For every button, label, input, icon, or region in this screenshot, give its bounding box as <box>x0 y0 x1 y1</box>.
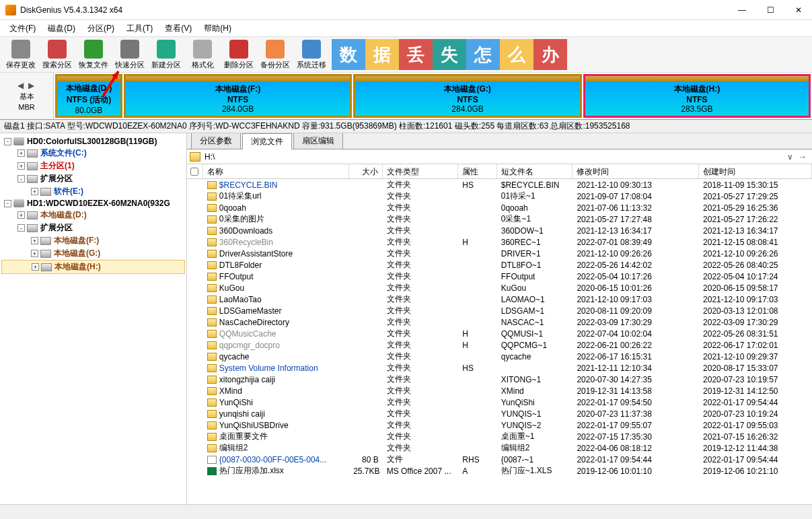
col-type[interactable]: 文件类型 <box>383 164 459 178</box>
tab[interactable]: 分区参数 <box>191 133 241 149</box>
file-row[interactable]: 0qooah 文件夹 0qooah 2021-07-06 11:13:32 20… <box>187 202 812 213</box>
file-row[interactable]: FFOutput 文件夹 FFOutput 2022-05-04 10:17:2… <box>187 271 812 282</box>
file-row[interactable]: LaoMaoTao 文件夹 LAOMAO~1 2021-12-10 09:17:… <box>187 293 812 305</box>
folder-icon <box>207 238 217 246</box>
toolbar-button[interactable]: 快速分区 <box>112 38 148 71</box>
tree-node[interactable]: +本地磁盘(F:) <box>1 234 185 247</box>
nav-arrows-icon[interactable]: ◀ ▶ <box>17 81 36 90</box>
file-row[interactable]: YunQiShiUSBDrive 文件夹 YUNQIS~2 2022-01-17… <box>187 419 812 431</box>
toolbar-button[interactable]: 恢复文件 <box>75 38 112 71</box>
expand-icon[interactable]: + <box>31 188 38 195</box>
maximize-button[interactable]: ☐ <box>762 5 778 15</box>
col-attr[interactable]: 属性 <box>458 164 496 178</box>
file-row[interactable]: NasCacheDirectory 文件夹 NASCAC~1 2022-03-0… <box>187 316 812 328</box>
disk-tree[interactable]: -HD0:ColorfulSL300128GB(119GB)+系统文件(C:)+… <box>0 133 187 504</box>
file-row[interactable]: QQMusicCache 文件夹 H QQMUSI~1 2022-07-04 1… <box>187 328 812 339</box>
tree-node[interactable]: -扩展分区 <box>1 172 185 185</box>
file-row[interactable]: DTL8Folder 文件夹 DTL8FO~1 2022-05-26 14:42… <box>187 259 812 271</box>
tree-node[interactable]: -扩展分区 <box>1 221 185 234</box>
file-row[interactable]: LDSGameMaster 文件夹 LDSGAM~1 2020-08-11 09… <box>187 305 812 316</box>
col-ctime[interactable]: 创建时间 <box>699 164 812 178</box>
file-icon <box>207 456 217 464</box>
partition-bar: ◀ ▶ 基本 MBR 本地磁盘(D:)NTFS (活动)80.0GB本地磁盘(F… <box>0 73 812 120</box>
select-all-checkbox[interactable] <box>190 168 198 176</box>
file-row[interactable]: 360RecycleBin 文件夹 H 360REC~1 2022-07-01 … <box>187 236 812 248</box>
file-list[interactable]: $RECYCLE.BIN 文件夹 HS $RECYCLE.BIN 2021-12… <box>187 179 812 504</box>
tab[interactable]: 浏览文件 <box>242 133 292 149</box>
expand-icon[interactable]: + <box>31 237 38 244</box>
toolbar-button[interactable]: 备份分区 <box>257 38 293 71</box>
toolbar-button[interactable]: 搜索分区 <box>39 38 75 71</box>
toolbar-icon <box>48 40 67 59</box>
file-row[interactable]: yunqishi caiji 文件夹 YUNQIS~1 2020-07-23 1… <box>187 408 812 419</box>
tab[interactable]: 扇区编辑 <box>293 133 343 149</box>
file-row[interactable]: 编辑组2 文件夹 编辑组2 2022-04-06 08:18:12 2019-1… <box>187 442 812 454</box>
partition-block[interactable]: 本地磁盘(H:)NTFS283.5GB <box>583 74 811 118</box>
menu-item[interactable]: 查看(V) <box>159 21 197 36</box>
folder-icon <box>207 341 217 349</box>
expand-icon[interactable]: + <box>17 211 25 219</box>
file-row[interactable]: System Volume Information 文件夹 HS 2021-12… <box>187 362 812 374</box>
file-row[interactable]: {0087-0030-00FF-00E5-004... 80 B 文件 RHS … <box>187 454 812 465</box>
file-row[interactable]: 360Downloads 文件夹 360DOW~1 2021-12-13 16:… <box>187 225 812 236</box>
disk-type-panel[interactable]: ◀ ▶ 基本 MBR <box>0 73 54 119</box>
toolbar-icon <box>302 40 321 59</box>
file-row[interactable]: XMind 文件夹 XMind 2019-12-31 14:13:58 2019… <box>187 385 812 396</box>
file-row[interactable]: YunQiShi 文件夹 YunQiShi 2022-01-17 09:54:5… <box>187 396 812 408</box>
promo-banner[interactable]: 数据丢失怎么办 <box>332 39 567 70</box>
col-size[interactable]: 大小 <box>349 164 383 178</box>
path-input[interactable] <box>205 152 784 162</box>
file-row[interactable]: xitongzhijia caiji 文件夹 XITONG~1 2020-07-… <box>187 374 812 385</box>
toolbar-button[interactable]: 系统迁移 <box>293 38 330 71</box>
file-row[interactable]: 桌面重要文件 文件夹 桌面重~1 2022-07-15 17:35:30 202… <box>187 431 812 442</box>
tree-node[interactable]: +系统文件(C:) <box>1 147 185 160</box>
tree-node[interactable]: +软件(E:) <box>1 185 185 198</box>
file-row[interactable]: $RECYCLE.BIN 文件夹 HS $RECYCLE.BIN 2021-12… <box>187 179 812 191</box>
tree-node[interactable]: +主分区(1) <box>1 160 185 172</box>
partition-block[interactable]: 本地磁盘(D:)NTFS (活动)80.0GB <box>55 74 122 118</box>
file-row[interactable]: qqpcmgr_docpro 文件夹 H QQPCMG~1 2022-06-21… <box>187 339 812 351</box>
toolbar-button[interactable]: 删除分区 <box>221 38 257 71</box>
file-row[interactable]: 01待采集url 文件夹 01待采~1 2021-09-07 17:08:04 … <box>187 191 812 202</box>
file-row[interactable]: 热门应用添加.xlsx 25.7KB MS Office 2007 ... A … <box>187 465 812 477</box>
folder-icon <box>207 444 217 452</box>
tree-node[interactable]: +本地磁盘(D:) <box>1 209 185 221</box>
expand-icon[interactable]: - <box>17 224 25 232</box>
folder-icon <box>207 364 217 372</box>
col-name[interactable]: 名称 <box>203 164 349 178</box>
expand-icon[interactable]: + <box>32 263 39 271</box>
file-row[interactable]: KuGou 文件夹 KuGou 2020-06-15 10:01:26 2020… <box>187 282 812 293</box>
menu-item[interactable]: 工具(T) <box>121 21 158 36</box>
partition-block[interactable]: 本地磁盘(G:)NTFS284.0GB <box>353 74 581 118</box>
expand-icon[interactable]: + <box>17 162 25 170</box>
history-dropdown-icon[interactable]: ∨ <box>784 152 796 162</box>
folder-icon <box>207 353 217 361</box>
expand-icon[interactable]: + <box>31 250 38 257</box>
close-button[interactable]: ✕ <box>790 5 807 15</box>
partition-block[interactable]: 本地磁盘(F:)NTFS284.0GB <box>124 74 352 118</box>
expand-icon[interactable]: - <box>17 175 25 182</box>
toolbar-button[interactable]: 新建分区 <box>148 38 184 71</box>
toolbar-button[interactable]: 格式化 <box>184 38 221 71</box>
menu-item[interactable]: 文件(F) <box>4 21 41 36</box>
expand-icon[interactable]: - <box>4 138 11 145</box>
minimize-button[interactable]: — <box>734 5 750 15</box>
expand-icon[interactable]: - <box>4 200 11 207</box>
tree-node[interactable]: +本地磁盘(H:) <box>1 260 185 274</box>
disk-icon <box>13 199 24 207</box>
drive-icon <box>27 175 38 183</box>
menu-item[interactable]: 分区(P) <box>82 21 120 36</box>
menu-item[interactable]: 帮助(H) <box>198 21 237 36</box>
toolbar-button[interactable]: 保存更改 <box>3 38 39 71</box>
file-row[interactable]: qycache 文件夹 qycache 2022-06-17 16:15:31 … <box>187 351 812 362</box>
menu-item[interactable]: 磁盘(D) <box>42 21 81 36</box>
file-row[interactable]: 0采集的图片 文件夹 0采集~1 2021-05-27 17:27:48 202… <box>187 213 812 225</box>
tree-node[interactable]: +本地磁盘(G:) <box>1 247 185 260</box>
file-row[interactable]: DriverAssistantStore 文件夹 DRIVER~1 2021-1… <box>187 248 812 259</box>
tree-node[interactable]: -HD0:ColorfulSL300128GB(119GB) <box>1 136 185 147</box>
col-mtime[interactable]: 修改时间 <box>573 164 699 178</box>
col-short[interactable]: 短文件名 <box>497 164 573 178</box>
tree-node[interactable]: -HD1:WDCWD10EZEX-60M2NA0(932G <box>1 198 185 209</box>
expand-icon[interactable]: + <box>17 149 25 157</box>
go-button-icon[interactable]: → <box>796 152 809 162</box>
